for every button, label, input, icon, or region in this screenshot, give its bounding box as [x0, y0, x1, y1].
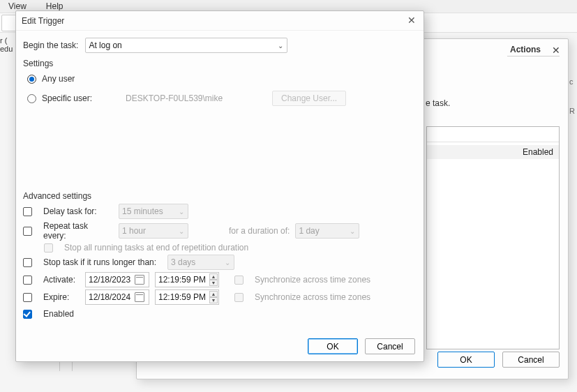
enabled-label: Enabled — [43, 309, 74, 319]
repeat-label: Repeat task every: — [43, 221, 113, 241]
dialog-title: Edit Trigger — [22, 16, 64, 26]
begin-task-select[interactable]: At log on ⌄ — [85, 38, 287, 53]
settings-section-label: Settings — [23, 59, 417, 68]
calendar-icon[interactable] — [135, 292, 144, 302]
change-user-button: Change User... — [272, 91, 346, 106]
sync-activate-label: Synchronize across time zones — [255, 275, 370, 285]
advanced-section-label: Advanced settings — [23, 191, 417, 201]
delay-label: Delay task for: — [43, 206, 113, 216]
activate-label: Activate: — [43, 275, 80, 285]
checkbox-enabled[interactable] — [23, 310, 32, 319]
begin-task-label: Begin the task: — [23, 40, 78, 50]
ok-button[interactable]: OK — [437, 352, 495, 368]
bg-sidebar-text: r ( edu — [0, 36, 15, 64]
partial-text: e task. — [426, 98, 450, 108]
checkbox-repeat[interactable] — [23, 227, 32, 236]
checkbox-expire[interactable] — [23, 293, 32, 302]
checkbox-activate[interactable] — [23, 276, 32, 285]
duration-label: for a duration of: — [229, 226, 290, 236]
checkbox-delay[interactable] — [23, 207, 32, 216]
close-icon[interactable]: ✕ — [405, 15, 418, 27]
specific-user-value: DESKTOP-F0UL539\mike — [126, 93, 272, 103]
radio-any-user[interactable] — [27, 75, 36, 84]
checkbox-sync-expire — [234, 293, 243, 302]
chevron-down-icon: ⌄ — [225, 259, 230, 266]
ok-button[interactable]: OK — [308, 338, 358, 354]
chevron-down-icon: ⌄ — [179, 227, 184, 235]
any-user-label: Any user — [42, 74, 75, 84]
begin-task-value: At log on — [89, 40, 121, 50]
duration-select: 1 day⌄ — [295, 223, 359, 239]
activate-time[interactable]: 12:19:59 PM ▲▼ — [155, 272, 219, 287]
expire-time[interactable]: 12:19:59 PM ▲▼ — [155, 289, 219, 305]
stop-if-label: Stop task if it runs longer than: — [43, 257, 162, 267]
specific-user-label: Specific user: — [42, 93, 126, 103]
expire-label: Expire: — [43, 292, 80, 302]
edit-trigger-dialog: Edit Trigger ✕ Begin the task: At log on… — [15, 10, 424, 362]
cancel-button[interactable]: Cancel — [502, 352, 560, 368]
calendar-icon[interactable] — [135, 275, 144, 285]
expire-date[interactable]: 12/18/2024 — [85, 289, 149, 305]
stop-if-select: 3 days⌄ — [167, 255, 234, 270]
chevron-down-icon: ⌄ — [350, 227, 355, 235]
delay-select: 15 minutes⌄ — [119, 204, 188, 219]
checkbox-sync-activate — [234, 276, 243, 285]
sync-expire-label: Synchronize across time zones — [255, 292, 370, 302]
titlebar: Edit Trigger ✕ — [16, 11, 424, 31]
checkbox-stop-if[interactable] — [23, 258, 32, 267]
grid-col-spacer — [427, 127, 577, 142]
spinner-icon[interactable]: ▲▼ — [209, 291, 218, 303]
activate-date[interactable]: 12/18/2023 — [85, 272, 149, 287]
right-cutoff-text: c R — [569, 77, 575, 115]
actions-pane-header: Actions — [507, 43, 560, 56]
cancel-button[interactable]: Cancel — [365, 338, 415, 354]
repeat-select: 1 hour⌄ — [119, 223, 188, 239]
chevron-down-icon: ⌄ — [179, 208, 184, 216]
checkbox-stop-all — [44, 243, 53, 252]
spinner-icon[interactable]: ▲▼ — [209, 273, 218, 286]
grid-cell-status: Enabled — [523, 147, 553, 157]
chevron-down-icon: ⌄ — [278, 42, 283, 50]
radio-specific-user[interactable] — [27, 94, 36, 103]
stop-all-label: Stop all running tasks at end of repetit… — [64, 243, 248, 252]
triggers-grid[interactable]: Status Enabled — [426, 126, 560, 349]
